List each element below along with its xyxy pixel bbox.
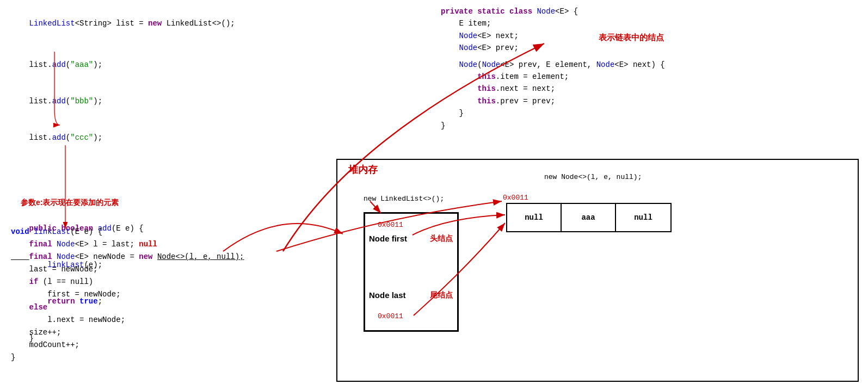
ll-new-label: new LinkedList<>(); [364,195,444,203]
ll-last-cn-label: 尾结点 [430,290,453,300]
node-cell-null1: null [507,204,562,231]
code-line-4: list.add("ccc"); [11,120,316,156]
ll-first-addr: 0x0011 [378,221,403,229]
ll-first-text: Node first [369,234,407,243]
code-line-3: list.add("bbb"); [11,83,316,119]
linklast-code: void linkLast(E e) { final Node<E> l = l… [11,226,244,364]
node-new-label: new Node<>(l, e, null); [544,173,642,181]
ll-first-cn-label: 头结点 [430,234,453,244]
ll-last-addr: 0x0011 [378,312,403,320]
param-e-label: 参数e:表示现在要添加的元素 [21,198,119,208]
code-line-1: LinkedList<String> list = new LinkedList… [11,5,316,42]
code-line-2: list.add("aaa"); [11,46,316,83]
heap-title: 堆内存 [348,163,378,176]
node-cell-aaa: aaa [562,204,616,231]
ll-last-text: Node last [369,290,406,300]
node-addr-label: 0x0011 [503,194,528,202]
node-class-desc-label: 表示链表中的结点 [599,33,664,43]
node-box: null aaa null [506,203,672,232]
node-cell-null2: null [616,204,670,231]
right-code-area: private static class Node<E> { E item; N… [430,0,702,137]
